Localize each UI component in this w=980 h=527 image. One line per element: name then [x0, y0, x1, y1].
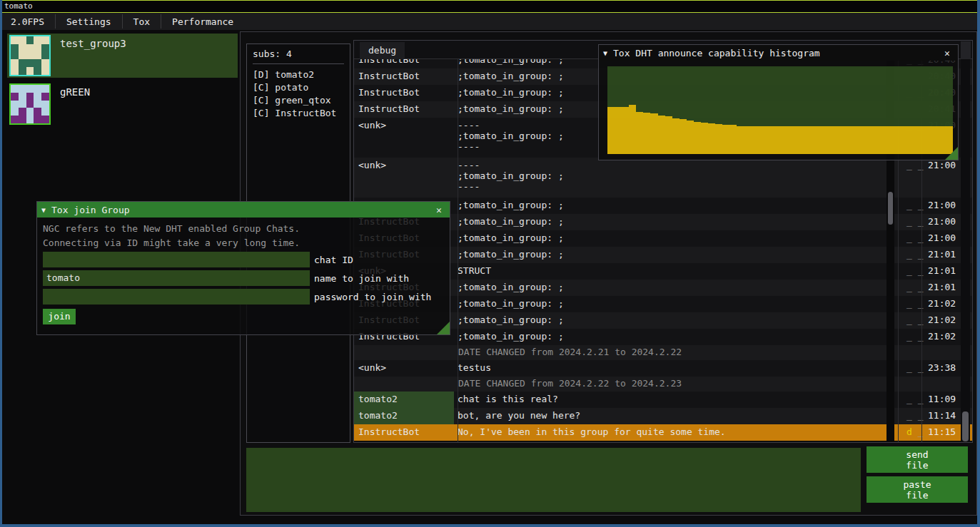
avatar-pixel	[26, 101, 34, 108]
avatar-pixel	[11, 93, 19, 101]
chat-message-row: tomato2chat is this real?_ _11:09	[354, 392, 972, 408]
status-flag: _	[906, 232, 912, 243]
avatar-pixel	[26, 67, 34, 75]
status-flag: _	[912, 314, 924, 325]
message-timestamp: 21:02	[925, 329, 964, 345]
histogram-bar	[694, 122, 701, 155]
resize-grip[interactable]	[437, 322, 450, 334]
message-status-flags: _ _	[902, 360, 925, 377]
message-status-flags: _ _	[902, 329, 925, 345]
chat-scrollbar-handle[interactable]	[962, 411, 969, 441]
avatar-pixel	[34, 101, 41, 108]
member-potato[interactable]: [C] potato	[247, 81, 350, 94]
histogram-bar	[759, 126, 766, 154]
menu-item-settings[interactable]: Settings	[56, 13, 122, 30]
tab-debug[interactable]: debug	[360, 42, 405, 59]
collapse-icon[interactable]: ▼	[603, 49, 607, 57]
histogram-bar	[643, 113, 650, 154]
histogram-bar	[780, 126, 787, 154]
status-flag: _	[906, 282, 912, 292]
message-timestamp: 11:14	[925, 408, 964, 424]
status-flag: _	[912, 249, 924, 260]
status-flag: _	[906, 394, 912, 404]
avatar-pixel	[34, 85, 41, 93]
message-timestamp: 21:01	[925, 280, 964, 296]
join-description-line2: Connecting via ID might take a very long…	[37, 236, 450, 250]
avatar-pixel	[26, 116, 34, 123]
join-button[interactable]: join	[43, 309, 76, 324]
avatar-pixel	[41, 85, 49, 93]
avatar-pixel	[19, 44, 26, 52]
avatar-pixel	[19, 67, 26, 75]
avatar-pixel	[19, 85, 26, 93]
message-text: ;tomato_in_group: ;	[454, 312, 902, 329]
close-icon[interactable]: ✕	[941, 46, 954, 59]
message-text: ;tomato_in_group: ;	[454, 280, 902, 296]
avatar-pixel	[41, 101, 49, 108]
menu-bar: 2.0FPS SettingsToxPerformance	[0, 13, 980, 30]
join-input-password-to-join-with[interactable]	[43, 289, 310, 305]
histogram-bar	[902, 126, 909, 154]
avatar-pixel	[19, 108, 26, 116]
message-timestamp: 21:01	[925, 247, 964, 263]
histogram-bar	[773, 126, 780, 154]
avatar-pixel	[41, 52, 49, 60]
member-green_qtox[interactable]: [C] green_qtox	[247, 94, 350, 107]
status-flag: _	[906, 410, 912, 421]
message-status-flags: _ _	[902, 296, 925, 312]
join-description-line1: NGC refers to the New DHT enabled Group …	[37, 222, 450, 236]
message-input[interactable]	[246, 448, 861, 512]
sidebar-group-test_group3[interactable]: test_group3	[7, 34, 238, 78]
sidebar-group-gREEN[interactable]: gREEN	[7, 82, 238, 126]
avatar-pixel	[11, 108, 19, 116]
message-timestamp: 23:38	[925, 360, 964, 377]
sender-name: tomato2	[354, 408, 454, 424]
histogram-bar	[881, 126, 888, 154]
message-timestamp: 11:09	[925, 392, 964, 408]
histogram-bar	[680, 119, 687, 154]
menu-item-tox[interactable]: Tox	[123, 13, 161, 30]
member-tomato2[interactable]: [D] tomato2	[247, 68, 350, 81]
message-text: No, I've been in this group for quite so…	[454, 424, 902, 441]
message-timestamp: 21:00	[925, 214, 964, 230]
close-icon[interactable]: ✕	[433, 203, 445, 216]
resize-grip[interactable]	[945, 147, 958, 160]
messages-scrollbar-handle[interactable]	[888, 192, 893, 225]
histogram-bar	[665, 116, 672, 154]
join-field-label: chat ID	[310, 255, 353, 265]
join-input-name-to-join-with[interactable]: tomato	[43, 270, 310, 286]
histogram-titlebar[interactable]: ▼ Tox DHT announce capability histogram …	[599, 45, 958, 61]
avatar-pixel	[19, 101, 26, 108]
send-file-button[interactable]: sendfile	[867, 446, 968, 473]
join-group-titlebar[interactable]: ▼ Tox join Group ✕	[37, 202, 450, 218]
histogram-bar	[715, 124, 722, 154]
member-list: [D] tomato2[C] potato[C] green_qtox[C] I…	[247, 68, 350, 120]
chat-message-row: tomato2bot, are you new here?_ _11:14	[354, 408, 972, 424]
right-scrollbar-top	[961, 41, 971, 59]
chat-scrollbar[interactable]	[961, 59, 970, 443]
join-input-chat-ID[interactable]	[43, 252, 310, 267]
avatar-pixel	[19, 52, 26, 60]
paste-file-button[interactable]: pastefile	[867, 476, 968, 503]
histogram-bar	[931, 126, 939, 154]
avatar-pixel	[34, 67, 41, 75]
histogram-bar	[672, 118, 680, 154]
avatar-pixel	[11, 59, 19, 67]
collapse-icon[interactable]: ▼	[41, 206, 46, 214]
status-flag: _	[906, 331, 912, 342]
histogram-bar	[744, 126, 751, 154]
message-text: bot, are you new here?	[454, 408, 902, 424]
sender-name: <unk>	[354, 158, 454, 198]
avatar-pixel	[34, 36, 41, 44]
status-flag: _	[906, 314, 912, 325]
status-flag: _	[912, 410, 924, 421]
avatar-pixel	[26, 85, 34, 93]
message-timestamp: 21:02	[925, 312, 964, 329]
join-field-label: name to join with	[310, 273, 409, 284]
histogram-title: Tox DHT announce capability histogram	[613, 48, 820, 58]
member-InstructBot[interactable]: [C] InstructBot	[247, 107, 350, 120]
date-changed-row: DATE CHANGED from 2024.2.21 to 2024.2.22	[354, 345, 972, 360]
histogram-bar	[615, 107, 622, 154]
histogram-bar	[622, 107, 629, 154]
menu-item-performance[interactable]: Performance	[161, 13, 244, 30]
